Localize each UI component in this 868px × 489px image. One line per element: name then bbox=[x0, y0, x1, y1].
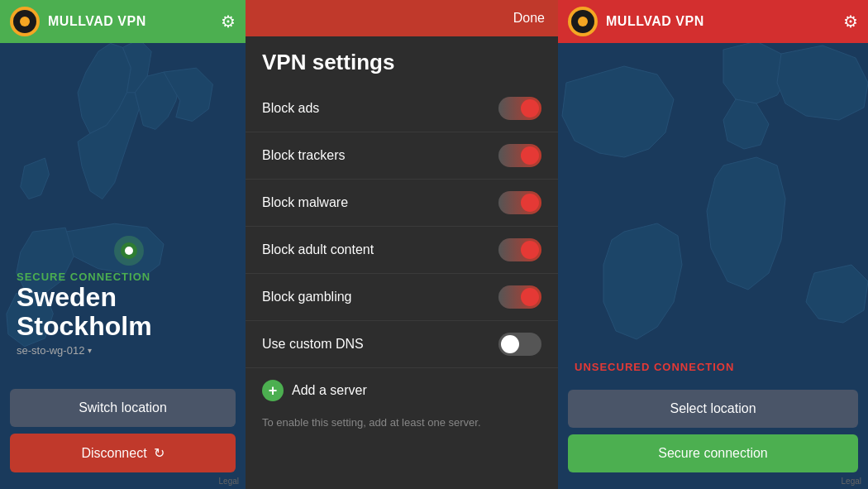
logo-dot-right bbox=[578, 17, 588, 26]
setting-block-gambling: Block gambling bbox=[246, 274, 558, 321]
dns-section: Use custom DNS bbox=[246, 321, 558, 368]
refresh-icon: ↻ bbox=[154, 445, 165, 461]
status-label-right: UNSECURED CONNECTION bbox=[575, 361, 734, 373]
dot-center bbox=[125, 247, 133, 255]
header-left: MULLVAD VPN ⚙ bbox=[0, 0, 246, 43]
toggle-block-adult[interactable] bbox=[498, 238, 541, 261]
setting-label-adult: Block adult content bbox=[262, 242, 374, 257]
select-location-button[interactable]: Select location bbox=[568, 390, 858, 428]
server-id: se-sto-wg-012 ▾ bbox=[17, 344, 152, 357]
settings-title: VPN settings bbox=[246, 36, 558, 85]
toggle-thumb-dns bbox=[501, 335, 519, 353]
toggle-thumb-ads bbox=[521, 99, 539, 117]
toggle-thumb-malware bbox=[521, 194, 539, 212]
bottom-buttons-right: Select location Secure connection bbox=[568, 390, 858, 472]
dot-inner bbox=[121, 242, 137, 259]
setting-label-ads: Block ads bbox=[262, 101, 319, 116]
toggle-thumb-gambling bbox=[521, 288, 539, 306]
header-right: MULLVAD VPN ⚙ bbox=[558, 0, 868, 43]
city-name: Sweden Stockholm bbox=[17, 283, 152, 341]
logo-right bbox=[568, 7, 598, 36]
setting-block-adult: Block adult content bbox=[246, 227, 558, 274]
bottom-buttons-left: Switch location Disconnect ↻ bbox=[10, 389, 236, 472]
add-server-label[interactable]: Add a server bbox=[292, 383, 367, 398]
setting-label-malware: Block malware bbox=[262, 195, 348, 210]
middle-panel: Done VPN settings Block ads Block tracke… bbox=[246, 0, 558, 489]
logo-inner-right bbox=[571, 10, 594, 33]
city-line2: Stockholm bbox=[17, 312, 152, 341]
setting-block-trackers: Block trackers bbox=[246, 132, 558, 180]
connection-status-right: UNSECURED CONNECTION bbox=[575, 361, 734, 373]
app-title-left: MULLVAD VPN bbox=[48, 14, 221, 29]
status-label-left: SECURE CONNECTION bbox=[17, 271, 152, 283]
chevron-icon: ▾ bbox=[88, 346, 92, 355]
add-icon[interactable]: + bbox=[262, 380, 284, 401]
right-panel: MULLVAD VPN ⚙ UNSECURED CONNECTION Selec… bbox=[558, 0, 868, 489]
settings-header: Done bbox=[246, 0, 558, 36]
legal-text-right: Legal bbox=[842, 477, 861, 486]
legal-text-left: Legal bbox=[219, 477, 239, 486]
toggle-block-trackers[interactable] bbox=[498, 144, 541, 167]
add-server-row: + Add a server bbox=[246, 368, 558, 413]
setting-label-trackers: Block trackers bbox=[262, 148, 345, 163]
logo-left bbox=[10, 7, 40, 36]
connection-indicator bbox=[114, 236, 144, 266]
setting-block-ads: Block ads bbox=[246, 85, 558, 132]
logo-dot-left bbox=[20, 17, 30, 26]
switch-location-button[interactable]: Switch location bbox=[10, 389, 236, 427]
toggle-custom-dns[interactable] bbox=[498, 333, 541, 356]
logo-inner-left bbox=[13, 10, 36, 33]
dns-hint: To enable this setting, add at least one… bbox=[246, 413, 558, 439]
toggle-block-ads[interactable] bbox=[498, 97, 541, 120]
dot-outer bbox=[114, 236, 144, 266]
secure-connection-button[interactable]: Secure connection bbox=[568, 434, 858, 472]
left-panel: MULLVAD VPN ⚙ SECURE CONNECTION Sweden S… bbox=[0, 0, 246, 489]
setting-block-malware: Block malware bbox=[246, 180, 558, 227]
disconnect-button[interactable]: Disconnect ↻ bbox=[10, 434, 236, 472]
done-button[interactable]: Done bbox=[513, 11, 545, 26]
dns-label: Use custom DNS bbox=[262, 337, 364, 352]
toggle-block-malware[interactable] bbox=[498, 191, 541, 214]
gear-icon-left[interactable]: ⚙ bbox=[221, 12, 236, 31]
disconnect-label: Disconnect bbox=[81, 446, 146, 461]
city-line1: Sweden bbox=[17, 283, 152, 312]
setting-label-gambling: Block gambling bbox=[262, 290, 352, 304]
settings-list: Block ads Block trackers Block malware B… bbox=[246, 85, 558, 321]
toggle-block-gambling[interactable] bbox=[498, 285, 541, 309]
app-title-right: MULLVAD VPN bbox=[606, 14, 843, 29]
toggle-thumb-trackers bbox=[521, 146, 539, 165]
connection-status-left: SECURE CONNECTION Sweden Stockholm se-st… bbox=[17, 271, 152, 357]
gear-icon-right[interactable]: ⚙ bbox=[843, 12, 858, 31]
toggle-thumb-adult bbox=[521, 241, 539, 259]
